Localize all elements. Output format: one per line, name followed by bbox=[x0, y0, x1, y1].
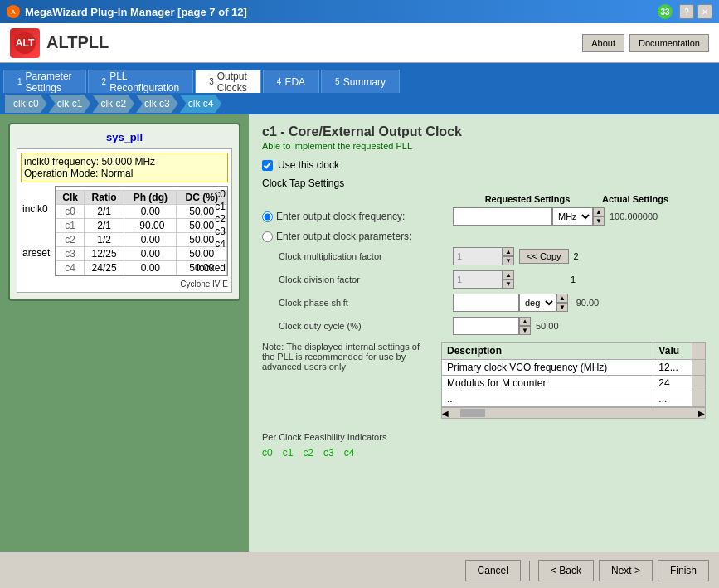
port-c3-out: c3 bbox=[215, 226, 226, 237]
pll-info: inclk0 frequency: 50.000 MHz Operation M… bbox=[21, 153, 228, 182]
mult-down[interactable]: ▼ bbox=[503, 256, 514, 265]
port-c1-out: c1 bbox=[215, 201, 226, 212]
close-button[interactable]: ✕ bbox=[697, 4, 712, 19]
phase-label: Clock phase shift bbox=[262, 298, 453, 308]
feasibility-c4[interactable]: c4 bbox=[344, 447, 355, 459]
col-ratio: Ratio bbox=[84, 191, 124, 205]
scrollbar-header bbox=[692, 343, 706, 360]
phase-spinner[interactable]: ▲ ▼ bbox=[556, 294, 568, 312]
phase-down[interactable]: ▼ bbox=[556, 303, 568, 312]
freq-input[interactable]: 100.00000000 bbox=[453, 207, 552, 226]
scroll-right-btn[interactable]: ▶ bbox=[698, 409, 705, 418]
breadcrumb-clk-c0[interactable]: clk c0 bbox=[5, 95, 47, 113]
note-text: Note: The displayed internal settings of… bbox=[262, 342, 428, 419]
scroll-thumb[interactable] bbox=[460, 409, 485, 417]
div-spinner[interactable]: ▲ ▼ bbox=[503, 270, 514, 289]
phase-input[interactable]: -90.00 bbox=[453, 294, 519, 312]
duty-input[interactable]: 50.00 bbox=[453, 317, 519, 335]
breadcrumb-clk-c3[interactable]: clk c3 bbox=[136, 95, 178, 113]
breadcrumb-clk-c4[interactable]: clk c4 bbox=[180, 95, 222, 113]
feasibility-row: c0 c1 c2 c3 c4 bbox=[262, 447, 706, 459]
freq-radio[interactable] bbox=[262, 211, 273, 222]
phase-actual: -90.00 bbox=[568, 298, 634, 308]
tabs-row: 1 ParameterSettings 2 PLLReconfiguration… bbox=[0, 63, 719, 93]
phase-up[interactable]: ▲ bbox=[556, 294, 568, 303]
next-button[interactable]: Next > bbox=[599, 560, 653, 581]
port-locked-out: locked bbox=[197, 262, 226, 274]
tab-parameter-settings[interactable]: 1 ParameterSettings bbox=[3, 70, 86, 93]
pll-diagram: sys_pll inclk0 frequency: 50.000 MHz Ope… bbox=[8, 123, 240, 301]
logo-icon: ALT bbox=[10, 28, 40, 58]
div-down[interactable]: ▼ bbox=[503, 279, 514, 289]
feasibility-c3[interactable]: c3 bbox=[323, 447, 334, 459]
div-actual: 1 bbox=[571, 275, 576, 284]
feasibility-c1[interactable]: c1 bbox=[283, 447, 294, 459]
svg-text:ALT: ALT bbox=[16, 37, 35, 49]
freq-actual: 100.000000 bbox=[605, 211, 671, 221]
mult-spinner[interactable]: ▲ ▼ bbox=[503, 247, 514, 265]
mult-actual: 2 bbox=[574, 251, 579, 261]
duty-label: Clock duty cycle (%) bbox=[262, 321, 453, 331]
div-up[interactable]: ▲ bbox=[503, 270, 514, 279]
cancel-button[interactable]: Cancel bbox=[465, 560, 521, 581]
breadcrumb-clk-c1[interactable]: clk c1 bbox=[49, 95, 91, 113]
tab-num-3: 3 bbox=[209, 77, 214, 86]
param-radio-label: Enter output clock parameters: bbox=[262, 231, 453, 242]
tab-eda[interactable]: 4 EDA bbox=[263, 70, 319, 93]
help-button[interactable]: ? bbox=[679, 4, 694, 19]
tab-output-clocks[interactable]: 3 OutputClocks bbox=[195, 70, 261, 93]
feasibility-c2[interactable]: c2 bbox=[303, 447, 313, 459]
param-radio[interactable] bbox=[262, 231, 273, 242]
table-hscrollbar[interactable]: ◀ ▶ bbox=[441, 407, 706, 419]
about-button[interactable]: About bbox=[582, 34, 624, 52]
freq-down[interactable]: ▼ bbox=[593, 216, 605, 226]
desc-col-header: Description bbox=[442, 343, 653, 360]
scroll-left-btn[interactable]: ◀ bbox=[442, 409, 449, 418]
freq-unit-select[interactable]: MHz KHz bbox=[552, 207, 593, 226]
tab-pll-reconfig[interactable]: 2 PLLReconfiguration bbox=[88, 70, 194, 93]
app-name: ALTPLL bbox=[46, 33, 109, 52]
table-row: c02/10.0050.00 bbox=[56, 205, 227, 219]
tab-summary[interactable]: 5 Summary bbox=[321, 70, 400, 93]
feasibility-c0[interactable]: c0 bbox=[262, 447, 273, 459]
mult-up[interactable]: ▲ bbox=[503, 247, 514, 256]
tab-num-1: 1 bbox=[17, 77, 22, 86]
tab-num-5: 5 bbox=[335, 77, 340, 86]
div-input[interactable] bbox=[453, 270, 503, 289]
duty-up[interactable]: ▲ bbox=[519, 317, 531, 326]
tab-label-5: Summary bbox=[343, 76, 386, 88]
copy-button[interactable]: << Copy bbox=[519, 249, 569, 264]
breadcrumb-clk-c2[interactable]: clk c2 bbox=[92, 95, 134, 113]
freq-spinner[interactable]: ▲ ▼ bbox=[593, 207, 605, 226]
feasibility-title: Per Clock Feasibility Indicators bbox=[262, 432, 706, 442]
bottom-bar: Cancel < Back Next > Finish bbox=[0, 552, 719, 588]
use-clock-checkbox[interactable] bbox=[262, 160, 273, 171]
table-row: Modulus for M counter24 bbox=[442, 376, 706, 391]
freq-up[interactable]: ▲ bbox=[593, 207, 605, 216]
device-label: Cyclone IV E bbox=[21, 279, 228, 289]
tab-label-4: EDA bbox=[284, 76, 305, 88]
mult-label: Clock multiplication factor bbox=[262, 251, 453, 261]
logo-bar: ALT ALTPLL About Documentation bbox=[0, 23, 719, 63]
port-c4-out: c4 bbox=[215, 238, 226, 250]
phase-unit-select[interactable]: deg ps bbox=[519, 294, 556, 312]
port-areset: areset bbox=[22, 247, 50, 259]
pll-freq-info: inclk0 frequency: 50.000 MHz bbox=[24, 156, 225, 168]
feasibility-section: Per Clock Feasibility Indicators c0 c1 c… bbox=[262, 432, 706, 459]
finish-button[interactable]: Finish bbox=[658, 560, 709, 581]
table-row: c12/1-90.0050.00 bbox=[56, 219, 227, 233]
duty-spinner[interactable]: ▲ ▼ bbox=[519, 317, 531, 335]
col-clk: Clk bbox=[56, 191, 85, 205]
div-label: Clock division factor bbox=[262, 275, 453, 284]
duty-down[interactable]: ▼ bbox=[519, 326, 531, 335]
documentation-button[interactable]: Documentation bbox=[629, 34, 709, 52]
back-button[interactable]: < Back bbox=[538, 560, 594, 581]
val-col-header: Valu bbox=[653, 343, 692, 360]
req-settings-header: Requested Settings bbox=[453, 194, 602, 204]
table-row: c312/250.0050.00 bbox=[56, 247, 227, 261]
mult-input[interactable] bbox=[453, 247, 503, 265]
pll-mode-info: Operation Mode: Normal bbox=[24, 168, 225, 179]
port-c2-out: c2 bbox=[215, 213, 226, 225]
window-title: MegaWizard Plug-In Manager [page 7 of 12… bbox=[25, 6, 247, 18]
left-panel: sys_pll inclk0 frequency: 50.000 MHz Ope… bbox=[0, 114, 249, 552]
